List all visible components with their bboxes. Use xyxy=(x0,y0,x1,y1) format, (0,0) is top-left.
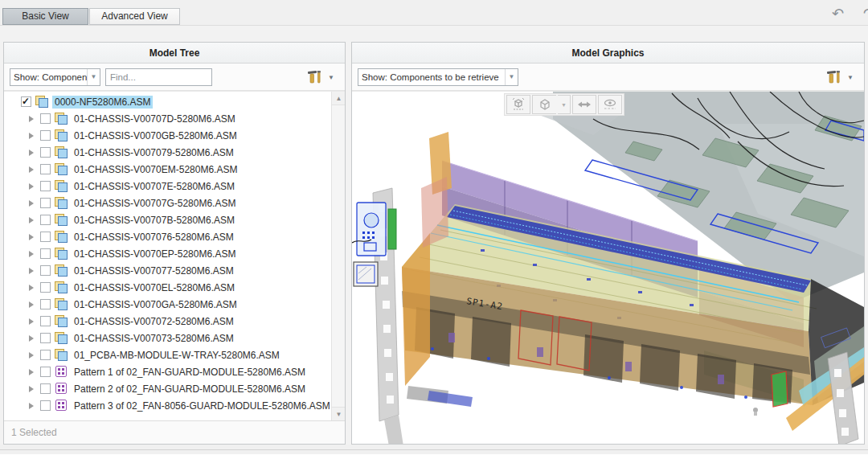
item-checkbox[interactable] xyxy=(40,316,51,326)
expander-icon[interactable] xyxy=(29,285,40,291)
model-tree-panel: Model Tree Show: Componen ▼ ▼ 0000-NF528… xyxy=(3,42,346,445)
graphics-show-dropdown[interactable]: Show: Components to be retrieve ▼ xyxy=(358,68,518,86)
tree-show-dropdown[interactable]: Show: Componen ▼ xyxy=(10,68,100,86)
item-checkbox[interactable] xyxy=(40,265,51,276)
display-style-dropdown[interactable]: ▼ xyxy=(558,95,571,114)
scroll-down-icon[interactable]: ▼ xyxy=(332,407,345,420)
item-label: 01-CHASSIS-V0070EM-5280M6.ASM xyxy=(72,163,240,176)
model-3d-viewport[interactable]: ▼ xyxy=(352,91,864,444)
tree-item[interactable]: Pattern 3 of 02_FAN-8056-GUARD-MODULE-52… xyxy=(4,397,331,414)
item-checkbox[interactable] xyxy=(40,130,51,141)
scroll-up-icon[interactable]: ▲ xyxy=(332,92,345,105)
expander-icon[interactable] xyxy=(29,183,40,190)
tree-item[interactable]: 01-CHASSIS-V00707E-5280M6.ASM xyxy=(4,178,331,195)
assembly-icon xyxy=(55,197,68,209)
assembly-icon xyxy=(55,163,68,175)
pattern-icon xyxy=(55,383,68,395)
expander-icon[interactable] xyxy=(29,335,40,342)
item-checkbox[interactable] xyxy=(21,96,31,107)
tree-item[interactable]: Pattern 2 of 02_FAN-GUARD-MODULE-5280M6.… xyxy=(4,380,331,397)
tree-item[interactable]: 01-CHASSIS-V00707G-5280M6.ASM xyxy=(4,195,331,211)
model-graphics-toolbar: Show: Components to be retrieve ▼ ▼ xyxy=(352,64,864,91)
expander-icon[interactable] xyxy=(29,234,40,240)
item-label: 01-CHASSIS-V007076-5280M6.ASM xyxy=(72,231,236,244)
pattern-icon xyxy=(55,400,68,412)
expander-icon[interactable] xyxy=(29,116,40,122)
tree-item[interactable]: 01-CHASSIS-V00707D-5280M6.ASM xyxy=(4,110,331,127)
item-checkbox[interactable] xyxy=(40,232,51,242)
item-label: 01-CHASSIS-V007077-5280M6.ASM xyxy=(72,264,236,277)
item-checkbox[interactable] xyxy=(40,164,51,174)
expander-icon[interactable] xyxy=(29,318,40,325)
expander-icon[interactable] xyxy=(29,133,40,139)
tree-filter-button[interactable]: ▼ xyxy=(306,68,340,87)
item-checkbox[interactable] xyxy=(40,383,51,394)
tree-scrollbar[interactable]: ▲ ▼ xyxy=(331,92,345,420)
tree-item[interactable]: 01-CHASSIS-V00707B-5280M6.ASM xyxy=(4,211,331,228)
view-tabstrip: Basic View Advanced View ↶ ↷ xyxy=(0,0,868,26)
explode-view-button[interactable] xyxy=(506,95,530,114)
tree-item[interactable]: 01-CHASSIS-V0070EL-5280M6.ASM xyxy=(4,279,331,296)
item-checkbox[interactable] xyxy=(40,400,51,411)
item-checkbox[interactable] xyxy=(40,282,51,293)
bottom-strip xyxy=(0,445,868,455)
expander-icon[interactable] xyxy=(29,268,40,274)
assembly-icon xyxy=(55,248,68,260)
graphics-filter-button[interactable]: ▼ xyxy=(825,68,859,87)
item-checkbox[interactable] xyxy=(40,333,51,343)
find-input[interactable] xyxy=(105,68,212,86)
tree-item[interactable]: 01-CHASSIS-V0070EM-5280M6.ASM xyxy=(4,161,331,178)
expander-icon[interactable] xyxy=(29,150,40,156)
expander-icon[interactable] xyxy=(29,217,40,223)
tree-item[interactable]: 01-CHASSIS-V0070GB-5280M6.ASM xyxy=(4,127,331,144)
horizontal-arrows-icon xyxy=(576,97,592,112)
pan-horizontal-button[interactable] xyxy=(572,95,596,114)
expander-icon[interactable] xyxy=(29,369,40,375)
model-graphics-panel: Model Graphics Show: Components to be re… xyxy=(351,42,865,445)
item-checkbox[interactable] xyxy=(40,113,51,124)
tab-basic-view[interactable]: Basic View xyxy=(2,8,88,25)
item-label: 01-CHASSIS-V00707D-5280M6.ASM xyxy=(72,113,238,125)
display-style-button[interactable] xyxy=(532,95,556,114)
tree-item[interactable]: 01-CHASSIS-V0070GA-5280M6.ASM xyxy=(4,296,331,313)
expander-icon[interactable] xyxy=(29,166,40,173)
tree-item[interactable]: 01-CHASSIS-V007072-5280M6.ASM xyxy=(4,313,331,330)
tree-item[interactable]: 01-CHASSIS-V007073-5280M6.ASM xyxy=(4,330,331,346)
tree-item[interactable]: 01_PCBA-MB-MODULE-W-TRAY-5280M6.ASM xyxy=(4,346,331,363)
display-style-cube-icon xyxy=(537,97,553,112)
tree-item[interactable]: 01-CHASSIS-V0070EP-5280M6.ASM xyxy=(4,245,331,262)
tree-item[interactable]: 01-CHASSIS-V007077-5280M6.ASM xyxy=(4,262,331,279)
tree-item[interactable]: 01-CHASSIS-V007079-5280M6.ASM xyxy=(4,144,331,161)
expander-icon[interactable] xyxy=(29,386,40,392)
pattern-icon xyxy=(55,366,68,378)
assembly-icon xyxy=(55,113,68,125)
tab-advanced-view[interactable]: Advanced View xyxy=(89,8,180,25)
tree-item[interactable]: Pattern 1 of 02_FAN-GUARD-MODULE-5280M6.… xyxy=(4,363,331,380)
item-checkbox[interactable] xyxy=(40,367,51,377)
item-checkbox[interactable] xyxy=(40,198,51,208)
tree-item[interactable]: 01-CHASSIS-V007076-5280M6.ASM xyxy=(4,228,331,245)
assembly-icon xyxy=(55,315,68,327)
item-checkbox[interactable] xyxy=(40,147,51,158)
item-checkbox[interactable] xyxy=(40,248,51,259)
tree-item[interactable]: 0000-NF5280M6.ASM xyxy=(4,93,331,110)
expander-icon[interactable] xyxy=(29,403,40,409)
expander-icon[interactable] xyxy=(29,200,40,207)
item-checkbox[interactable] xyxy=(40,215,51,225)
item-checkbox[interactable] xyxy=(40,181,51,191)
expander-icon[interactable] xyxy=(29,352,40,359)
filter-tools-icon xyxy=(306,68,324,86)
item-label: 01_PCBA-MB-MODULE-W-TRAY-5280M6.ASM xyxy=(72,349,282,362)
assembly-icon xyxy=(55,332,68,344)
viewport-toolbar: ▼ xyxy=(504,93,624,116)
undo-icon[interactable]: ↶ xyxy=(832,5,844,23)
model-tree-title: Model Tree xyxy=(4,43,345,64)
redo-icon[interactable]: ↷ xyxy=(863,5,868,23)
expander-icon[interactable] xyxy=(29,251,40,257)
item-label: 01-CHASSIS-V00707E-5280M6.ASM xyxy=(72,180,237,193)
expander-icon[interactable] xyxy=(29,301,40,308)
item-checkbox[interactable] xyxy=(40,299,51,309)
item-checkbox[interactable] xyxy=(40,350,51,360)
component-visibility-button[interactable] xyxy=(598,95,622,114)
item-label: 01-CHASSIS-V00707G-5280M6.ASM xyxy=(72,197,238,210)
